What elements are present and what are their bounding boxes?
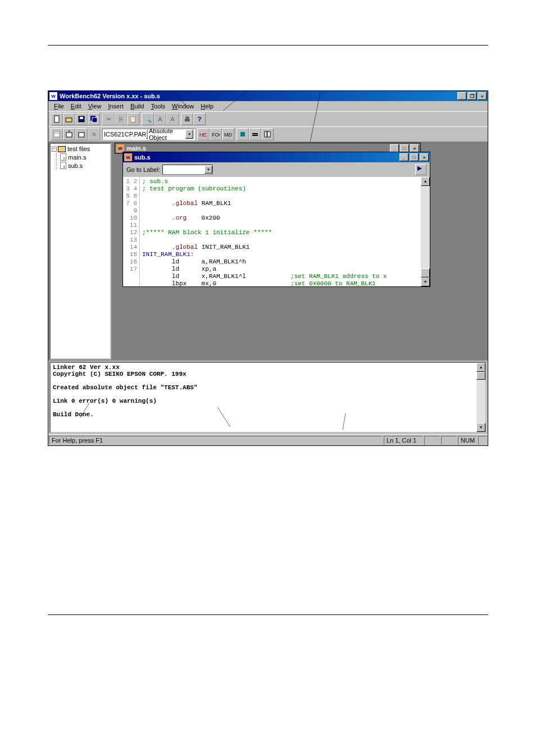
mdi-title: sub.s — [134, 154, 151, 161]
title-bar: W WorkBench62 Version x.xx - sub.s _ ❐ × — [48, 91, 488, 101]
tool-hex-button[interactable]: HEX — [197, 128, 210, 140]
object-combo[interactable]: Absolute Object▼ — [147, 129, 195, 140]
svg-text:FOG: FOG — [212, 132, 220, 138]
menu-view[interactable]: View — [85, 102, 105, 111]
svg-rect-9 — [66, 118, 72, 122]
scroll-track[interactable] — [421, 186, 430, 268]
find-prev-button[interactable]: A — [166, 113, 179, 125]
menu-tools[interactable]: Tools — [147, 102, 169, 111]
find-button[interactable]: 🔍 — [142, 113, 154, 125]
mdi-title: main.s — [126, 145, 146, 152]
scroll-track[interactable] — [476, 380, 485, 423]
svg-rect-23 — [252, 135, 258, 136]
cut-button[interactable]: ✂ — [102, 113, 115, 125]
svg-rect-16 — [66, 133, 72, 137]
menu-build[interactable]: Build — [127, 102, 147, 111]
doc-icon: W — [124, 153, 132, 161]
scroll-thumb[interactable] — [476, 372, 485, 380]
restore-button[interactable]: □ — [410, 153, 419, 161]
menu-window[interactable]: Window — [169, 102, 197, 111]
vertical-scrollbar[interactable]: ▲ ▼ — [421, 177, 430, 286]
build-toolbar: ⨯ ICS621CP.PAR▼ Absolute Object▼ HEX FOG… — [48, 126, 488, 142]
svg-rect-11 — [80, 117, 83, 119]
close-button[interactable]: × — [410, 144, 419, 152]
doc-icon: W — [116, 144, 124, 152]
scroll-up-icon[interactable]: ▲ — [421, 177, 430, 186]
tree-root-label: test files — [67, 145, 90, 152]
rebuild-button[interactable] — [75, 128, 88, 140]
menu-insert[interactable]: Insert — [105, 102, 127, 111]
menu-help[interactable]: Help — [197, 102, 217, 111]
status-bar: For Help, press F1 Ln 1, Col 1 NUM — [48, 434, 488, 445]
project-tree[interactable]: − test files main.s sub.s — [49, 143, 111, 359]
output-panel[interactable]: Linker 62 Ver x.xx Copyright (C) SEIKO E… — [49, 362, 487, 433]
minimize-button[interactable]: _ — [457, 92, 466, 100]
main-client-area: − test files main.s sub.s — [48, 142, 488, 361]
copy-button[interactable]: ⎘ — [115, 113, 127, 125]
tree-file-label: main.s — [68, 154, 86, 161]
tree-root[interactable]: − test files — [52, 145, 109, 153]
find-next-button[interactable]: A — [154, 113, 166, 125]
code-editor[interactable]: 1 2 3 4 5 6 7 8 9 10 11 12 13 14 15 16 1… — [123, 177, 430, 286]
close-button[interactable]: × — [478, 92, 487, 100]
restore-button[interactable]: □ — [400, 144, 409, 152]
open-button[interactable] — [63, 113, 75, 125]
ics-combo[interactable]: ICS621CP.PAR▼ — [102, 129, 147, 140]
minimize-button[interactable]: _ — [390, 144, 399, 152]
status-ind1 — [424, 436, 440, 445]
dropdown-arrow-icon: ▼ — [205, 166, 212, 174]
build-button[interactable] — [63, 128, 75, 140]
debug-button[interactable] — [237, 128, 249, 140]
status-position: Ln 1, Col 1 — [384, 436, 423, 445]
app-icon: W — [49, 92, 57, 100]
tool-fog-button[interactable]: FOG — [210, 128, 222, 140]
save-all-button[interactable] — [88, 113, 100, 125]
window-title: WorkBench62 Version x.xx - sub.s — [60, 93, 160, 99]
svg-rect-21 — [240, 132, 245, 136]
goto-button[interactable] — [415, 164, 426, 175]
menu-edit[interactable]: Edit — [67, 102, 85, 111]
svg-rect-14 — [54, 131, 60, 137]
scroll-down-icon[interactable]: ▼ — [421, 277, 430, 286]
scroll-down-icon[interactable]: ▼ — [476, 423, 485, 432]
stop-build-button[interactable]: ⨯ — [88, 128, 100, 140]
help-button[interactable]: ? — [193, 113, 206, 125]
scroll-up-icon[interactable]: ▲ — [476, 363, 485, 372]
new-button[interactable] — [51, 113, 63, 125]
svg-rect-17 — [79, 133, 84, 137]
close-button[interactable]: × — [420, 153, 429, 161]
project-button[interactable] — [51, 128, 63, 140]
scroll-thumb[interactable] — [421, 268, 430, 277]
paste-button[interactable]: 📋 — [127, 113, 139, 125]
line-gutter: 1 2 3 4 5 6 7 8 9 10 11 12 13 14 15 16 1… — [123, 177, 140, 286]
tree-file-main[interactable]: main.s — [60, 153, 109, 161]
tool-mdc-button[interactable]: MDC — [222, 128, 234, 140]
status-ind3 — [478, 436, 487, 445]
output-text: Linker 62 Ver x.xx Copyright (C) SEIKO E… — [53, 364, 476, 431]
standard-toolbar: ✂ ⎘ 📋 🔍 A A 🖶 ? — [48, 111, 488, 126]
print-button[interactable]: 🖶 — [181, 113, 193, 125]
vertical-scrollbar[interactable]: ▲ ▼ — [476, 363, 485, 432]
goto-label-combo[interactable]: ▼ — [162, 165, 213, 175]
main-window: W WorkBench62 Version x.xx - sub.s _ ❐ ×… — [48, 90, 488, 446]
file-icon — [60, 162, 66, 169]
svg-rect-13 — [92, 117, 97, 122]
menu-file[interactable]: File — [51, 102, 67, 111]
file-icon — [60, 153, 66, 161]
status-help: For Help, press F1 — [49, 436, 383, 445]
minimize-button[interactable]: _ — [399, 153, 408, 161]
svg-rect-25 — [267, 131, 270, 137]
output-toggle-button[interactable] — [249, 128, 261, 140]
editor-toolbar: Go to Label: ▼ — [123, 162, 430, 177]
svg-rect-24 — [265, 131, 267, 137]
code-content[interactable]: ; sub.s ; test program (subroutines) .gl… — [140, 177, 421, 286]
tree-toggle-button[interactable] — [261, 128, 274, 140]
mdi-window-sub[interactable]: W sub.s _ □ × Go to Label: ▼ — [122, 152, 430, 287]
status-num: NUM — [458, 436, 477, 445]
mdi-area: W main.s _ □ × — [112, 142, 488, 361]
save-button[interactable] — [75, 113, 88, 125]
collapse-icon[interactable]: − — [52, 147, 57, 152]
dropdown-arrow-icon: ▼ — [185, 130, 193, 139]
tree-file-sub[interactable]: sub.s — [60, 161, 109, 170]
maximize-button[interactable]: ❐ — [467, 92, 476, 100]
